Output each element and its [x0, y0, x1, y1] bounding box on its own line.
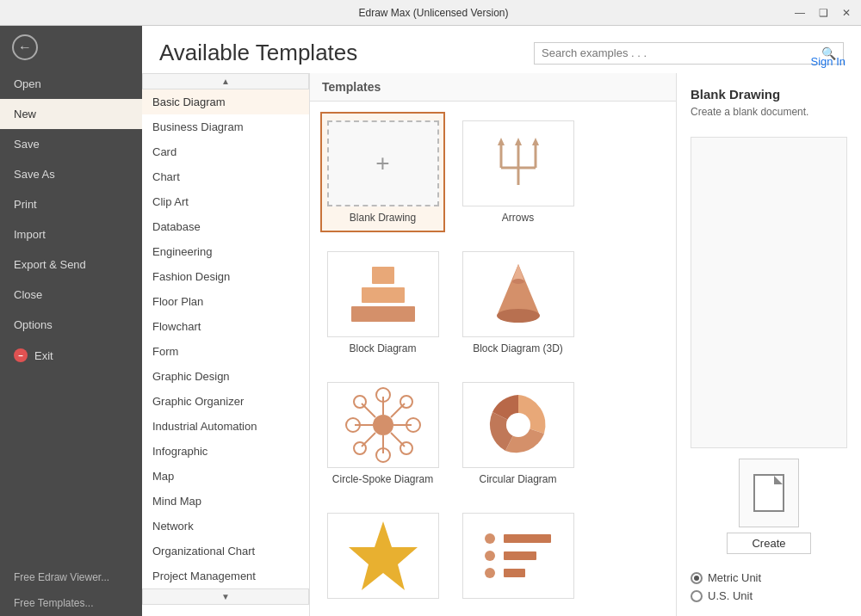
template-star[interactable] — [320, 504, 445, 613]
main-header: Available Templates 🔍 — [142, 26, 861, 73]
sidebar-item-open[interactable]: Open — [0, 69, 142, 99]
back-button[interactable]: ← — [0, 26, 142, 69]
category-item-basic-diagram[interactable]: Basic Diagram — [142, 89, 309, 114]
category-item-org-chart[interactable]: Organizational Chart — [142, 539, 309, 564]
plus-icon: + — [375, 150, 389, 177]
category-item-map[interactable]: Map — [142, 464, 309, 489]
category-item-database[interactable]: Database — [142, 214, 309, 239]
svg-point-13 — [512, 279, 524, 284]
exit-icon: – — [14, 348, 28, 362]
category-label-database: Database — [152, 220, 201, 233]
category-item-mind-map[interactable]: Mind Map — [142, 489, 309, 514]
sidebar-label-save-as: Save As — [14, 168, 55, 181]
category-label-infographic: Infographic — [152, 445, 208, 458]
category-label-form: Form — [152, 345, 178, 358]
category-item-industrial-automation[interactable]: Industrial Automation — [142, 414, 309, 439]
template-circle-spoke[interactable]: Circle-Spoke Diagram — [320, 373, 445, 494]
template-block-diagram-3d[interactable]: Block Diagram (3D) — [455, 243, 580, 363]
category-item-project-management[interactable]: Project Management — [142, 564, 309, 588]
svg-rect-8 — [362, 287, 405, 303]
category-panel: ▲ Basic Diagram Business Diagram Card Ch… — [142, 73, 310, 616]
metric-unit-label: Metric Unit — [708, 571, 761, 584]
search-input[interactable] — [542, 46, 821, 59]
template-label-block-diagram-3d: Block Diagram (3D) — [473, 342, 563, 354]
templates-header: Templates — [310, 73, 676, 102]
document-icon — [753, 474, 784, 512]
svg-point-35 — [485, 568, 495, 578]
svg-point-31 — [506, 413, 530, 437]
template-blank-drawing[interactable]: + Blank Drawing — [320, 112, 445, 232]
template-label-circle-spoke: Circle-Spoke Diagram — [332, 473, 433, 485]
sign-in-link[interactable]: Sign In — [804, 52, 852, 71]
sidebar-item-new[interactable]: New — [0, 99, 142, 129]
minimize-button[interactable]: — — [791, 7, 808, 19]
category-label-chart: Chart — [152, 170, 180, 183]
sidebar-item-close[interactable]: Close — [0, 280, 142, 310]
category-item-graphic-design[interactable]: Graphic Design — [142, 364, 309, 389]
svg-point-11 — [497, 309, 540, 323]
app-title: Edraw Max (Unlicensed Version) — [76, 7, 791, 19]
svg-point-33 — [485, 533, 495, 544]
block-diagram-thumb — [327, 251, 439, 337]
template-arrows[interactable]: Arrows — [455, 112, 580, 232]
sidebar-label-close: Close — [14, 288, 42, 301]
template-label-circular-diagram: Circular Diagram — [479, 473, 556, 485]
sidebar-label-open: Open — [14, 77, 41, 90]
sidebar-item-save-as[interactable]: Save As — [0, 159, 142, 189]
main-content: Sign In Available Templates 🔍 ▲ Basic Di… — [142, 26, 861, 616]
svg-rect-9 — [351, 306, 415, 322]
category-label-business-diagram: Business Diagram — [152, 120, 244, 133]
us-unit-label: U.S. Unit — [708, 589, 753, 602]
category-label-network: Network — [152, 520, 194, 533]
category-item-card[interactable]: Card — [142, 139, 309, 164]
scroll-down-button[interactable]: ▼ — [142, 588, 309, 605]
template-circular-diagram[interactable]: Circular Diagram — [455, 373, 580, 494]
restore-button[interactable]: ❑ — [815, 7, 832, 19]
scroll-up-button[interactable]: ▲ — [142, 73, 309, 89]
sidebar-item-exit[interactable]: – Exit — [0, 340, 142, 371]
page-title: Available Templates — [159, 40, 357, 66]
us-unit-radio[interactable] — [691, 590, 703, 602]
svg-point-29 — [400, 396, 412, 408]
circular-diagram-thumb — [462, 382, 574, 468]
template-label-block-diagram: Block Diagram — [349, 342, 416, 354]
sidebar-item-export-send[interactable]: Export & Send — [0, 249, 142, 280]
create-button-area: Create — [691, 459, 847, 554]
category-item-infographic[interactable]: Infographic — [142, 439, 309, 464]
metric-unit-radio[interactable] — [691, 572, 703, 584]
category-label-map: Map — [152, 470, 174, 483]
us-unit-option[interactable]: U.S. Unit — [691, 589, 847, 602]
app-body: ← Open New Save Save As Print Import Exp… — [0, 26, 861, 616]
category-item-form[interactable]: Form — [142, 339, 309, 364]
category-item-floor-plan[interactable]: Floor Plan — [142, 289, 309, 314]
sidebar-link-free-viewer[interactable]: Free Edraw Viewer... — [0, 564, 142, 590]
right-panel-description: Create a blank document. — [691, 105, 847, 120]
template-barchart[interactable] — [455, 504, 580, 613]
create-button[interactable]: Create — [727, 533, 810, 554]
sidebar-label-exit: Exit — [34, 349, 53, 362]
sidebar-item-save[interactable]: Save — [0, 129, 142, 159]
category-item-chart[interactable]: Chart — [142, 164, 309, 189]
sidebar-item-options[interactable]: Options — [0, 310, 142, 340]
sidebar-item-print[interactable]: Print — [0, 189, 142, 219]
category-label-engineering: Engineering — [152, 245, 212, 258]
category-item-engineering[interactable]: Engineering — [142, 239, 309, 264]
category-item-fashion-design[interactable]: Fashion Design — [142, 264, 309, 289]
svg-rect-37 — [504, 551, 536, 560]
sidebar-item-import[interactable]: Import — [0, 219, 142, 249]
category-item-flowchart[interactable]: Flowchart — [142, 314, 309, 339]
template-block-diagram[interactable]: Block Diagram — [320, 243, 445, 363]
close-button[interactable]: ✕ — [839, 7, 854, 19]
category-item-clip-art[interactable]: Clip Art — [142, 189, 309, 214]
category-label-project-management: Project Management — [152, 570, 256, 582]
sidebar-label-import: Import — [14, 228, 46, 241]
sidebar-label-new: New — [14, 108, 36, 120]
sidebar-label-export-send: Export & Send — [14, 258, 86, 271]
sidebar-link-free-templates[interactable]: Free Templates... — [0, 590, 142, 616]
category-item-network[interactable]: Network — [142, 514, 309, 539]
svg-rect-7 — [372, 267, 394, 284]
category-item-graphic-organizer[interactable]: Graphic Organizer — [142, 389, 309, 414]
svg-marker-32 — [349, 521, 418, 590]
metric-unit-option[interactable]: Metric Unit — [691, 571, 847, 584]
category-item-business-diagram[interactable]: Business Diagram — [142, 114, 309, 139]
